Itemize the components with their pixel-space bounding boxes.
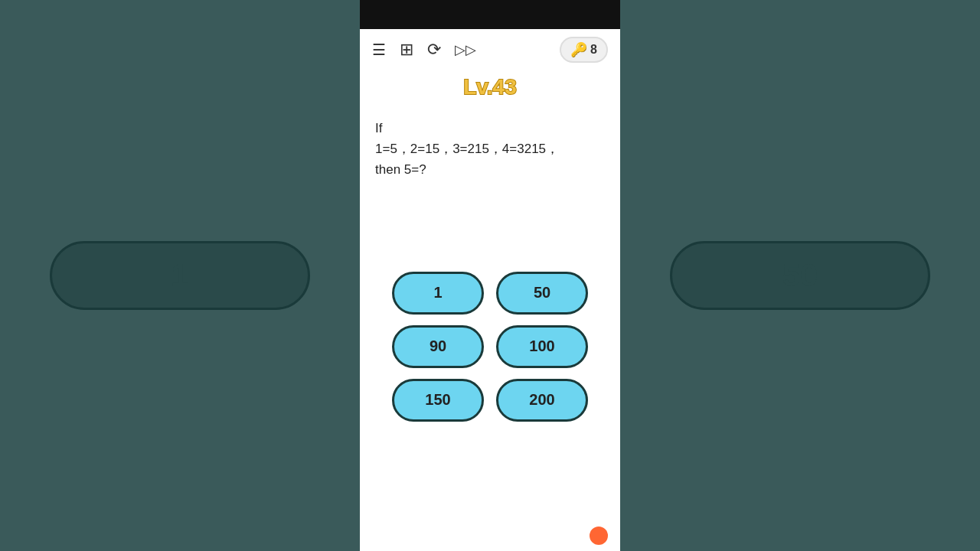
top-status-bar (360, 0, 620, 29)
bg-pill-right: 50 (670, 241, 930, 310)
answer-btn-200[interactable]: 200 (496, 379, 588, 422)
answers-area: 1 50 90 100 150 200 (360, 181, 620, 520)
answer-row-2: 90 100 (392, 325, 588, 368)
bg-pill-left: 1 (50, 241, 310, 310)
bg-panel-left: 1 (0, 0, 360, 551)
answer-row-1: 1 50 (392, 272, 588, 315)
answer-row-3: 150 200 (392, 379, 588, 422)
answer-btn-150[interactable]: 150 (392, 379, 484, 422)
orange-dot (590, 527, 608, 545)
menu-icon[interactable]: ☰ (372, 41, 386, 59)
answer-btn-1[interactable]: 1 (392, 272, 484, 315)
bg-pill-left-label: 1 (171, 257, 188, 294)
fast-forward-icon[interactable]: ▷▷ (455, 41, 476, 58)
answer-btn-50[interactable]: 50 (496, 272, 588, 315)
answer-btn-90[interactable]: 90 (392, 325, 484, 368)
question-line2: 1=5，2=15，3=215，4=3215， (375, 139, 605, 159)
bg-pill-right-label: 50 (782, 257, 818, 294)
question-line1: If (375, 118, 605, 139)
bottom-area (360, 520, 620, 551)
hint-button[interactable]: 🔑 8 (560, 37, 608, 63)
toolbar: ☰ ⊞ ⟳ ▷▷ 🔑 8 (360, 29, 620, 70)
grid-icon[interactable]: ⊞ (400, 40, 413, 60)
phone-frame: ☰ ⊞ ⟳ ▷▷ 🔑 8 Lv.43 If 1=5，2=15，3=215，4=3… (360, 0, 620, 551)
question-line3: then 5=? (375, 159, 605, 180)
refresh-icon[interactable]: ⟳ (427, 40, 441, 60)
answer-btn-100[interactable]: 100 (496, 325, 588, 368)
hint-key-icon: 🔑 (570, 41, 587, 58)
question-area: If 1=5，2=15，3=215，4=3215， then 5=? (360, 110, 620, 181)
bg-panel-right: 50 (620, 0, 980, 551)
hint-count: 8 (590, 43, 597, 57)
level-text: Lv.43 (463, 75, 517, 99)
level-title: Lv.43 (360, 70, 620, 110)
